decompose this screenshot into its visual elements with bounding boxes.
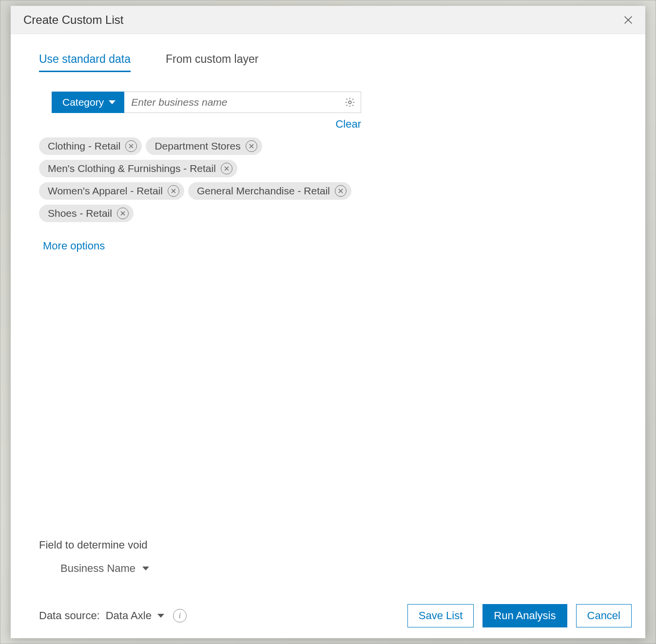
chevron-down-icon <box>142 567 149 570</box>
close-icon[interactable] <box>622 14 635 26</box>
chevron-down-icon <box>157 614 164 618</box>
tab-bar: Use standard data From custom layer <box>39 53 617 72</box>
dialog-title: Create Custom List <box>23 13 123 27</box>
void-field-value: Business Name <box>60 562 135 575</box>
dialog-footer: Data source: Data Axle i Save List Run A… <box>11 596 645 638</box>
run-analysis-button[interactable]: Run Analysis <box>482 604 567 627</box>
search-input-wrap <box>124 92 361 113</box>
tab-standard-data[interactable]: Use standard data <box>39 53 131 72</box>
chip-label: Men's Clothing & Furnishings - Retail <box>48 163 216 174</box>
tab-custom-layer[interactable]: From custom layer <box>166 53 258 72</box>
data-source-label: Data source: <box>39 609 100 622</box>
remove-chip-icon[interactable] <box>125 140 137 152</box>
category-dropdown[interactable]: Category <box>52 92 124 113</box>
business-name-input[interactable] <box>124 92 361 113</box>
chip-label: Women's Apparel - Retail <box>48 185 163 197</box>
category-chip: Shoes - Retail <box>39 205 134 222</box>
more-options-link[interactable]: More options <box>43 240 617 252</box>
chip-label: General Merchandise - Retail <box>197 185 330 197</box>
dialog-body: Use standard data From custom layer Cate… <box>11 34 645 596</box>
remove-chip-icon[interactable] <box>117 208 129 219</box>
chevron-down-icon <box>109 100 116 104</box>
category-chip: Men's Clothing & Furnishings - Retail <box>39 160 237 177</box>
category-chip: Department Stores <box>146 137 262 155</box>
remove-chip-icon[interactable] <box>246 140 257 152</box>
info-icon[interactable]: i <box>173 609 187 623</box>
chip-label: Clothing - Retail <box>48 140 120 152</box>
void-label: Field to determine void <box>39 539 617 551</box>
category-chip: Clothing - Retail <box>39 137 142 155</box>
gear-icon[interactable] <box>345 97 355 108</box>
remove-chip-icon[interactable] <box>221 163 232 174</box>
remove-chip-icon[interactable] <box>168 185 179 197</box>
data-source-select[interactable]: Data Axle <box>106 609 164 622</box>
create-custom-list-dialog: Create Custom List Use standard data Fro… <box>11 6 645 638</box>
remove-chip-icon[interactable] <box>335 185 347 197</box>
cancel-button[interactable]: Cancel <box>576 604 632 627</box>
dialog-titlebar: Create Custom List <box>11 6 645 34</box>
selected-categories: Clothing - RetailDepartment StoresMen's … <box>39 137 361 222</box>
clear-link[interactable]: Clear <box>335 118 361 130</box>
chip-label: Department Stores <box>154 140 240 152</box>
search-row: Category <box>52 92 361 113</box>
clear-row: Clear <box>52 118 361 131</box>
void-field-select[interactable]: Business Name <box>60 562 149 575</box>
chip-label: Shoes - Retail <box>48 208 112 219</box>
void-section: Field to determine void Business Name <box>39 539 617 575</box>
category-chip: General Merchandise - Retail <box>188 182 351 200</box>
svg-point-0 <box>348 101 351 104</box>
category-chip: Women's Apparel - Retail <box>39 182 184 200</box>
data-source-row: Data source: Data Axle i <box>39 609 187 623</box>
data-source-value: Data Axle <box>106 609 152 622</box>
category-label: Category <box>62 96 104 108</box>
save-list-button[interactable]: Save List <box>407 604 474 627</box>
